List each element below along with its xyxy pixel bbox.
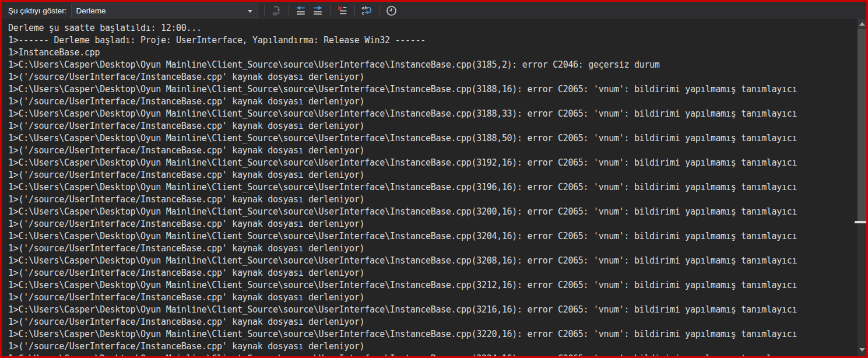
- triangle-up-icon: [859, 22, 865, 26]
- toolbar-separator: [354, 5, 355, 16]
- goto-message-icon: [271, 5, 282, 16]
- output-line: 1>C:\Users\Casper\Desktop\Oyun Mainline\…: [8, 108, 858, 120]
- previous-message-button[interactable]: [293, 3, 310, 18]
- toolbar-separator: [289, 5, 289, 16]
- output-line: 1>C:\Users\Casper\Desktop\Oyun Mainline\…: [8, 255, 858, 267]
- word-wrap-button[interactable]: ab c: [359, 3, 375, 18]
- output-line: 1>C:\Users\Casper\Desktop\Oyun Mainline\…: [8, 230, 858, 243]
- output-window: Şu çıktıyı göster: Derleme: [0, 0, 868, 358]
- goto-message-button[interactable]: [268, 3, 285, 18]
- output-line: 1>C:\Users\Casper\Desktop\Oyun Mainline\…: [8, 181, 858, 194]
- output-line: 1>InstanceBase.cpp: [8, 47, 858, 59]
- output-line: 1>('/source/UserInterface/InstanceBase.c…: [8, 71, 858, 83]
- scrollbar-marker: [855, 221, 866, 223]
- output-toolbar: Şu çıktıyı göster: Derleme: [2, 2, 866, 19]
- word-wrap-icon: ab c: [361, 5, 372, 16]
- output-line: 1>('/source/UserInterface/InstanceBase.c…: [8, 218, 858, 230]
- output-console[interactable]: Derleme şu saatte başlatıldı: 12:00...1>…: [2, 19, 858, 356]
- toolbar-separator: [330, 5, 331, 16]
- output-line: 1>C:\Users\Casper\Desktop\Oyun Mainline\…: [8, 206, 858, 218]
- output-line: 1>('/source/UserInterface/InstanceBase.c…: [8, 316, 858, 328]
- scroll-up-button[interactable]: [858, 19, 866, 28]
- clock-icon: [386, 5, 397, 16]
- output-line: 1>('/source/UserInterface/InstanceBase.c…: [8, 145, 858, 157]
- output-line: Derleme şu saatte başlatıldı: 12:00...: [8, 22, 858, 34]
- output-line: 1>C:\Users\Casper\Desktop\Oyun Mainline\…: [8, 83, 858, 96]
- svg-text:ab: ab: [362, 5, 368, 10]
- output-line: 1>C:\Users\Casper\Desktop\Oyun Mainline\…: [8, 328, 858, 341]
- output-line: 1>('/source/UserInterface/InstanceBase.c…: [8, 96, 858, 108]
- toolbar-separator: [379, 5, 379, 16]
- clear-all-icon: [337, 5, 347, 16]
- triangle-down-icon: [859, 348, 865, 352]
- chevron-down-icon: [248, 10, 252, 13]
- output-line: 1>C:\Users\Casper\Desktop\Oyun Mainline\…: [8, 304, 858, 316]
- timestamp-button[interactable]: [383, 3, 400, 18]
- output-line: 1>('/source/UserInterface/InstanceBase.c…: [8, 194, 858, 206]
- output-line: 1>C:\Users\Casper\Desktop\Oyun Mainline\…: [8, 59, 858, 71]
- output-line: 1>------ Derleme başladı: Proje: UserInt…: [8, 34, 858, 47]
- output-line: 1>('/source/UserInterface/InstanceBase.c…: [8, 292, 858, 304]
- vertical-scrollbar[interactable]: [858, 19, 866, 356]
- output-line: 1>C:\Users\Casper\Desktop\Oyun Mainline\…: [8, 279, 858, 292]
- output-line: 1>('/source/UserInterface/InstanceBase.c…: [8, 120, 858, 132]
- output-line: 1>C:\Users\Casper\Desktop\Oyun Mainline\…: [8, 132, 858, 145]
- next-message-icon: [312, 5, 323, 16]
- dropdown-selected-value: Derleme: [76, 6, 106, 15]
- output-line: 1>('/source/UserInterface/InstanceBase.c…: [8, 267, 858, 279]
- show-output-label: Şu çıktıyı göster:: [8, 6, 67, 15]
- previous-message-icon: [296, 5, 306, 16]
- output-line: 1>C:\Users\Casper\Desktop\Oyun Mainline\…: [8, 353, 858, 356]
- output-line: 1>('/source/UserInterface/InstanceBase.c…: [8, 341, 858, 353]
- clear-all-button[interactable]: [334, 3, 351, 18]
- output-line: 1>('/source/UserInterface/InstanceBase.c…: [8, 243, 858, 255]
- toolbar-separator: [264, 5, 265, 16]
- output-source-dropdown[interactable]: Derleme: [71, 3, 258, 17]
- output-line: 1>('/source/UserInterface/InstanceBase.c…: [8, 169, 858, 181]
- svg-text:c: c: [362, 10, 364, 16]
- scrollbar-thumb[interactable]: [858, 29, 866, 221]
- scroll-down-button[interactable]: [858, 345, 866, 354]
- output-line: 1>C:\Users\Casper\Desktop\Oyun Mainline\…: [8, 157, 858, 169]
- next-message-button[interactable]: [310, 3, 326, 18]
